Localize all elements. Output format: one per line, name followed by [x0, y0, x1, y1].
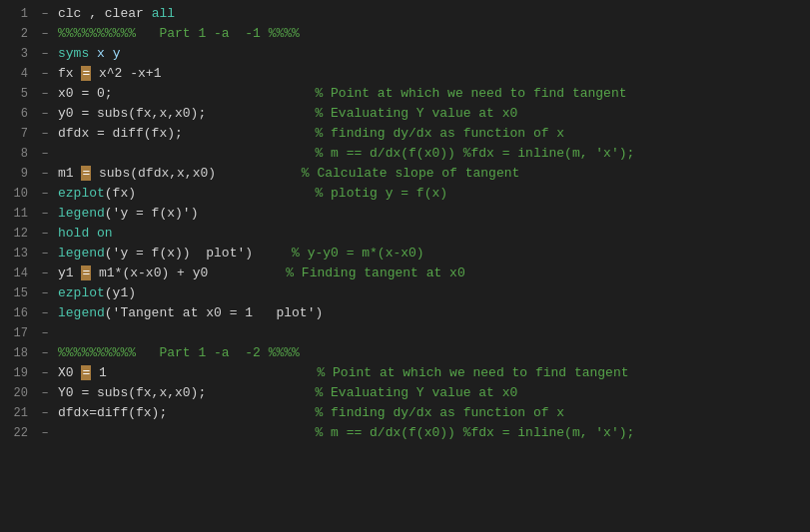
- line-dash: –: [38, 423, 52, 443]
- code-segment: % m == d/dx(f(x0)) %fdx = inline(m, 'x')…: [315, 425, 634, 440]
- line-number: 8: [0, 144, 38, 164]
- line-number: 22: [0, 423, 38, 443]
- line-content[interactable]: dfdx = diff(fx); % finding dy/dx as func…: [52, 124, 810, 144]
- code-line: 19–X0 = 1 % Point at which we need to fi…: [0, 363, 810, 383]
- line-number: 1: [0, 4, 38, 24]
- code-line: 7–dfdx = diff(fx); % finding dy/dx as fu…: [0, 124, 810, 144]
- code-segment: % finding dy/dx as function of x: [315, 405, 564, 420]
- line-dash: –: [38, 44, 52, 64]
- line-dash: –: [38, 363, 52, 383]
- line-dash: –: [38, 323, 52, 343]
- line-content[interactable]: legend('Tangent at x0 = 1 plot'): [52, 303, 810, 323]
- code-segment: y0 = subs(fx,x,x0);: [58, 106, 315, 121]
- code-segment: legend: [58, 305, 105, 320]
- line-content[interactable]: y0 = subs(fx,x,x0); % Evaluating Y value…: [52, 104, 810, 124]
- code-segment: =: [81, 365, 91, 380]
- code-segment: % Point at which we need to find tangent: [317, 365, 628, 380]
- code-line: 20–Y0 = subs(fx,x,x0); % Evaluating Y va…: [0, 383, 810, 403]
- line-content[interactable]: ezplot(fx) % plotig y = f(x): [52, 184, 810, 204]
- code-segment: syms: [58, 46, 97, 61]
- code-line: 8– % m == d/dx(f(x0)) %fdx = inline(m, '…: [0, 144, 810, 164]
- line-number: 21: [0, 403, 38, 423]
- code-line: 3–syms x y: [0, 44, 810, 64]
- code-line: 14–y1 = m1*(x-x0) + y0 % Finding tangent…: [0, 264, 810, 283]
- line-dash: –: [38, 204, 52, 224]
- line-content[interactable]: m1 = subs(dfdx,x,x0) % Calculate slope o…: [52, 164, 810, 184]
- line-dash: –: [38, 64, 52, 84]
- code-segment: % Finding tangent at x0: [286, 266, 464, 280]
- code-segment: % Point at which we need to find tangent: [315, 86, 626, 101]
- line-dash: –: [38, 124, 52, 144]
- line-number: 5: [0, 84, 38, 104]
- code-area: 1–clc , clear all2–%%%%%%%%%% Part 1 -a …: [0, 0, 810, 447]
- code-segment: ('Tangent at x0 = 1 plot'): [105, 305, 323, 320]
- code-line: 17–: [0, 323, 810, 343]
- line-dash: –: [38, 283, 52, 303]
- line-content[interactable]: % m == d/dx(f(x0)) %fdx = inline(m, 'x')…: [52, 144, 810, 164]
- line-number: 12: [0, 224, 38, 244]
- line-content[interactable]: %%%%%%%%%% Part 1 -a -1 %%%%: [52, 24, 810, 44]
- line-content[interactable]: % m == d/dx(f(x0)) %fdx = inline(m, 'x')…: [52, 423, 810, 443]
- line-number: 6: [0, 104, 38, 124]
- line-dash: –: [38, 383, 52, 403]
- code-line: 13–legend('y = f(x)) plot') % y-y0 = m*(…: [0, 244, 810, 264]
- line-dash: –: [38, 144, 52, 164]
- line-content[interactable]: syms x y: [52, 44, 810, 64]
- code-segment: X0: [58, 365, 81, 380]
- line-number: 16: [0, 303, 38, 323]
- line-dash: –: [38, 184, 52, 204]
- line-number: 15: [0, 283, 38, 303]
- code-line: 21–dfdx=diff(fx); % finding dy/dx as fun…: [0, 403, 810, 423]
- code-segment: [58, 425, 315, 440]
- code-line: 2–%%%%%%%%%% Part 1 -a -1 %%%%: [0, 24, 810, 44]
- line-content[interactable]: %%%%%%%%%% Part 1 -a -2 %%%%: [52, 343, 810, 363]
- line-number: 13: [0, 244, 38, 264]
- code-segment: m1: [58, 166, 81, 181]
- code-segment: on: [97, 226, 113, 241]
- code-line: 18–%%%%%%%%%% Part 1 -a -2 %%%%: [0, 343, 810, 363]
- line-dash: –: [38, 244, 52, 264]
- code-line: 16–legend('Tangent at x0 = 1 plot'): [0, 303, 810, 323]
- line-content[interactable]: ezplot(y1): [52, 283, 810, 303]
- line-dash: –: [38, 84, 52, 104]
- line-content[interactable]: Y0 = subs(fx,x,x0); % Evaluating Y value…: [52, 383, 810, 403]
- code-segment: (fx): [105, 186, 316, 201]
- code-segment: fx: [58, 66, 81, 81]
- line-dash: –: [38, 24, 52, 44]
- code-line: 11–legend('y = f(x)'): [0, 204, 810, 224]
- code-segment: subs(dfdx,x,x0): [91, 166, 302, 181]
- line-content[interactable]: dfdx=diff(fx); % finding dy/dx as functi…: [52, 403, 810, 423]
- code-segment: dfdx = diff(fx);: [58, 126, 315, 141]
- line-content[interactable]: x0 = 0; % Point at which we need to find…: [52, 84, 810, 104]
- line-number: 4: [0, 64, 38, 84]
- code-line: 5–x0 = 0; % Point at which we need to fi…: [0, 84, 810, 104]
- code-segment: %%%%%%%%%% Part 1 -a -2 %%%%: [58, 345, 300, 360]
- line-dash: –: [38, 303, 52, 323]
- line-content[interactable]: legend('y = f(x)) plot') % y-y0 = m*(x-x…: [52, 244, 810, 264]
- line-number: 14: [0, 264, 38, 283]
- code-segment: ('y = f(x)'): [105, 206, 199, 221]
- line-content[interactable]: clc , clear all: [52, 4, 810, 24]
- line-number: 18: [0, 343, 38, 363]
- code-segment: =: [81, 166, 91, 181]
- line-content[interactable]: legend('y = f(x)'): [52, 204, 810, 224]
- code-segment: legend: [58, 206, 105, 221]
- line-number: 9: [0, 164, 38, 184]
- code-segment: x: [97, 46, 113, 61]
- code-segment: ezplot: [58, 285, 105, 300]
- code-segment: ezplot: [58, 186, 105, 201]
- line-dash: –: [38, 264, 52, 283]
- code-line: 1–clc , clear all: [0, 4, 810, 24]
- code-segment: ('y = f(x)) plot'): [105, 246, 292, 261]
- code-line: 10–ezplot(fx) % plotig y = f(x): [0, 184, 810, 204]
- code-segment: %%%%%%%%%% Part 1 -a -1 %%%%: [58, 26, 300, 41]
- line-number: 10: [0, 184, 38, 204]
- line-content[interactable]: fx = x^2 -x+1: [52, 64, 810, 84]
- line-content[interactable]: y1 = m1*(x-x0) + y0 % Finding tangent at…: [52, 264, 810, 283]
- code-segment: 1: [91, 365, 317, 380]
- line-content[interactable]: X0 = 1 % Point at which we need to find …: [52, 363, 810, 383]
- code-segment: % y-y0 = m*(x-x0): [292, 246, 424, 261]
- line-number: 19: [0, 363, 38, 383]
- code-line: 22– % m == d/dx(f(x0)) %fdx = inline(m, …: [0, 423, 810, 443]
- line-content[interactable]: hold on: [52, 224, 810, 244]
